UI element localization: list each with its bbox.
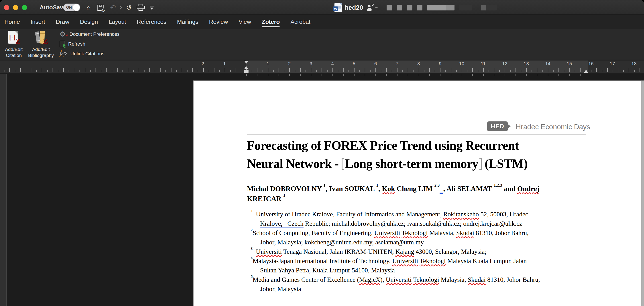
document-title: hed20 — [344, 4, 363, 11]
document-text: Long short-term memory — [345, 157, 478, 170]
autosave-toggle-knob — [73, 4, 80, 11]
gear-icon: ⚙z — [60, 30, 66, 38]
close-window-button[interactable] — [4, 5, 9, 10]
document-text: Malaysia-Japan International Institute o… — [253, 257, 392, 264]
hanging-indent-marker[interactable] — [244, 66, 248, 69]
home-button[interactable]: ⌂ — [86, 3, 91, 12]
document-text: 1 — [376, 183, 378, 187]
autosave-toggle[interactable]: ON — [63, 3, 80, 11]
zotero-ribbon: [-]Z Add/EditCitation Z Add/EditBibliogr… — [0, 29, 644, 60]
redo-button[interactable]: ↺ — [126, 3, 132, 12]
affiliation-line: Johor, Malaysia; kokcheng@uniten.edu.my,… — [251, 238, 540, 247]
ruler-number: 2 — [288, 61, 291, 66]
author-line: Michal DOBROVOLNY 1, Ivan SOUKAL 1, Kok … — [247, 184, 539, 194]
tab-view[interactable]: View — [239, 15, 251, 29]
ruler-number: 6 — [374, 61, 377, 66]
ruler-number: 1 — [223, 61, 226, 66]
ruler-number: 14 — [545, 61, 550, 66]
titlebar: AutoSave ON ⌂ ↻ ↶ ↺ W hed20 — [0, 0, 644, 15]
right-indent-marker[interactable] — [584, 70, 588, 73]
hed-badge: HED — [487, 121, 508, 131]
print-button[interactable] — [137, 3, 145, 12]
document-text: , — [378, 185, 382, 193]
autosave-toggle-state: ON — [66, 5, 72, 10]
toolbar-block — [407, 5, 412, 10]
active-tab-indicator — [262, 26, 280, 27]
quick-access-more-button[interactable] — [150, 3, 154, 12]
ruler-text-area — [246, 60, 588, 73]
document-workspace: HED Hradec Economic Days Forecasting of … — [0, 74, 644, 306]
ruler-number: 7 — [396, 61, 398, 66]
vertical-scrollbar[interactable] — [641, 81, 644, 306]
tab-insert[interactable]: Insert — [30, 15, 45, 29]
header-rule — [247, 135, 586, 135]
toolbar-block — [486, 5, 497, 10]
document-text — [253, 248, 256, 255]
tab-home[interactable]: Home — [4, 15, 20, 29]
spellcheck-word: Universiti — [392, 257, 418, 264]
ruler-number: 12 — [502, 61, 507, 66]
affiliation-line: 1 University of Hradec Kralove, Faculty … — [251, 209, 540, 219]
spellcheck-word: Kok — [382, 185, 395, 193]
toolbar-block — [481, 5, 486, 10]
tab-acrobat[interactable]: Acrobat — [290, 15, 310, 29]
tab-label: View — [239, 18, 251, 25]
first-line-indent-marker[interactable] — [244, 61, 248, 64]
save-button[interactable]: ↻ — [97, 3, 104, 12]
tab-label: Layout — [109, 18, 126, 25]
add-edit-citation-button[interactable]: [-]Z Add/EditCitation — [3, 31, 24, 58]
spellcheck-word: Teknologi — [420, 257, 446, 264]
author-line: KREJCAR 1 — [247, 194, 539, 204]
tab-mailings[interactable]: Mailings — [177, 15, 198, 29]
grammar-marked-text — [440, 185, 443, 194]
tab-layout[interactable]: Layout — [109, 15, 126, 29]
content-control-bracket — [342, 158, 344, 170]
ruler-number: 18 — [631, 61, 636, 66]
tab-references[interactable]: References — [137, 15, 166, 29]
tab-label: Acrobat — [290, 18, 310, 25]
tab-label: Design — [80, 18, 98, 25]
document-preferences-button[interactable]: ⚙z Document Preferences — [60, 30, 120, 39]
tab-label: Review — [209, 18, 228, 25]
tab-draw[interactable]: Draw — [56, 15, 69, 29]
save-icon: ↻ — [97, 5, 104, 11]
undo-button[interactable]: ↶ — [110, 3, 116, 12]
affiliation-line: 3 Universiti Tenaga Nasional, Jalan IKRA… — [251, 247, 540, 256]
window-title-group: W hed20 — [334, 3, 378, 12]
unlink-citations-button[interactable]: Unlink Citations — [60, 49, 104, 58]
document-text: 1 — [283, 193, 286, 197]
autosave-label: AutoSave — [40, 4, 66, 11]
left-indent-marker[interactable] — [244, 70, 248, 73]
document-text: School of Computing, Faculty of Engineer… — [253, 229, 374, 236]
document-text: Neural Network - — [247, 157, 342, 170]
undo-dropdown-chevron[interactable] — [119, 3, 121, 12]
tab-label: Insert — [30, 18, 45, 25]
tab-zotero[interactable]: Zotero — [262, 15, 280, 29]
tab-review[interactable]: Review — [209, 15, 228, 29]
affiliations-block: 1 University of Hradec Kralove, Faculty … — [251, 209, 540, 294]
affiliation-line: Sultan Yahya Petra, Kuala Lumpur 54100, … — [251, 266, 540, 275]
document-text: Tenaga Nasional, Jalan IKRAM-UNITEN, — [282, 248, 395, 255]
spellcheck-word: Rokitanskeho — [443, 211, 479, 218]
spellcheck-word: Kajang — [396, 248, 414, 255]
zoom-window-button[interactable] — [22, 5, 27, 10]
spellcheck-word: Universiti — [386, 276, 412, 283]
ruler-number: 11 — [481, 61, 486, 66]
affiliation-line: Johor, Malaysia — [251, 284, 540, 294]
refresh-button[interactable]: ↻ Refresh — [60, 40, 85, 48]
share-presence-icon[interactable] — [367, 4, 372, 11]
document-text: Johor, Malaysia — [260, 285, 301, 293]
document-text: 1,2,3 — [494, 183, 502, 187]
print-icon — [137, 4, 145, 11]
ruler-number: 13 — [524, 61, 529, 66]
document-page[interactable]: HED Hradec Economic Days Forecasting of … — [193, 81, 644, 306]
broken-link-icon — [60, 50, 67, 57]
add-edit-bibliography-button[interactable]: Z Add/EditBibliography — [26, 31, 56, 58]
tab-design[interactable]: Design — [80, 15, 98, 29]
document-text: Malaysia, — [439, 276, 468, 283]
document-text: , Ivan SOUKAL — [326, 185, 376, 193]
minimize-window-button[interactable] — [13, 5, 18, 10]
document-text: 1 — [323, 183, 326, 187]
paper-title-line2: Neural Network - Long short-term memory … — [247, 157, 528, 170]
document-text: Sultan Yahya Petra, Kuala Lumpur 54100, … — [260, 267, 395, 274]
